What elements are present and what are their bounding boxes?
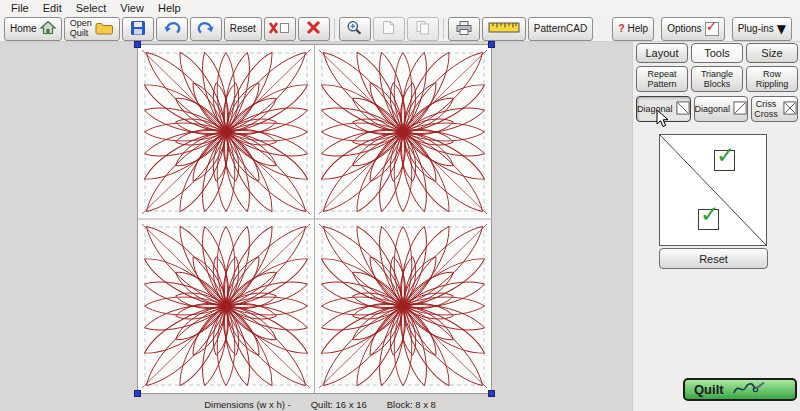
quilt-stitch-icon	[732, 380, 766, 400]
row-rippling-label-2: Rippling	[756, 79, 789, 89]
folder-icon	[95, 21, 114, 37]
new-page-button[interactable]	[373, 17, 405, 41]
checkbox-upper[interactable]: ✓	[714, 150, 735, 171]
ruler-button[interactable]	[482, 17, 526, 41]
diagonal-2-label: Diagonal	[695, 104, 731, 114]
menu-select[interactable]: Select	[69, 2, 114, 14]
criss-cross-label-2: Cross	[754, 109, 778, 119]
x-box-icon	[268, 21, 291, 37]
copy-button[interactable]	[407, 17, 439, 41]
panel-reset-label: Reset	[699, 253, 728, 265]
save-button[interactable]	[122, 17, 154, 41]
home-label: Home	[10, 23, 37, 34]
copy-icon	[415, 20, 431, 37]
patterncad-label: PatternCAD	[534, 23, 587, 34]
tab-layout-label: Layout	[645, 47, 678, 59]
repeat-pattern-label-1: Repeat	[647, 69, 676, 79]
undo-button[interactable]	[156, 17, 188, 41]
triangle-blocks-button[interactable]: Triangle Blocks	[691, 66, 743, 92]
panel-reset-button[interactable]: Reset	[659, 248, 768, 269]
options-checkbox-icon: ✓	[705, 22, 719, 36]
quilt-handle-top-right[interactable]	[488, 41, 495, 48]
menu-bar: File Edit Select View Help	[0, 0, 800, 16]
question-icon: ?	[618, 23, 624, 34]
menu-file[interactable]: File	[4, 2, 36, 14]
dimensions-label: Dimensions (w x h) -	[204, 399, 291, 410]
magnifier-icon	[346, 20, 363, 38]
menu-help[interactable]: Help	[151, 2, 188, 14]
house-icon	[40, 20, 56, 37]
x-icon	[306, 20, 321, 37]
triangle-blocks-label-2: Blocks	[704, 79, 731, 89]
plugins-button[interactable]: Plug-ins ▼	[732, 17, 792, 41]
help-button[interactable]: ? Help	[612, 17, 654, 41]
quilt-handle-top-left[interactable]	[134, 41, 141, 48]
diagonal-icon	[733, 101, 747, 117]
plugins-label: Plug-ins	[738, 23, 774, 34]
status-bar: Dimensions (w x h) - Quilt: 16 x 16 Bloc…	[60, 398, 580, 410]
toolbar-separator	[334, 19, 335, 39]
diagonal-button-2[interactable]: Diagonal	[694, 96, 749, 122]
open-quilt-button[interactable]: Open Quilt	[64, 17, 120, 41]
toolbar: Home Open Quilt	[0, 16, 800, 42]
quilt-size-value: Quilt: 16 x 16	[311, 399, 367, 410]
floppy-icon	[130, 20, 146, 38]
help-label: Help	[628, 23, 649, 34]
diagonal-icon	[676, 101, 690, 117]
undo-icon	[163, 20, 181, 37]
options-label: Options	[667, 23, 701, 34]
delete-button[interactable]	[298, 17, 330, 41]
diagonal-button-1[interactable]: Diagonal	[636, 96, 691, 122]
quilt-area[interactable]	[137, 44, 492, 394]
home-button[interactable]: Home	[4, 17, 62, 41]
tab-size[interactable]: Size	[746, 43, 798, 63]
arrow-down-icon: ▼	[777, 23, 786, 35]
quilt-pattern-svg	[138, 45, 491, 393]
ruler-icon	[488, 21, 520, 36]
repeat-pattern-label-2: Pattern	[647, 79, 676, 89]
quilt-button[interactable]: Quilt	[683, 378, 797, 401]
triangle-blocks-label-1: Triangle	[701, 69, 733, 79]
block-size-value: Block: 8 x 8	[387, 399, 436, 410]
tab-layout[interactable]: Layout	[636, 43, 688, 63]
quilt-handle-bottom-left[interactable]	[134, 390, 141, 397]
diagonal-preview-box: ✓ ✓	[659, 134, 767, 246]
page-icon	[382, 20, 395, 37]
criss-cross-label-1: Criss	[756, 99, 777, 109]
side-panel: Layout Tools Size Repeat Pattern Triangl…	[632, 42, 800, 411]
row-rippling-label-1: Row	[763, 69, 781, 79]
repeat-pattern-button[interactable]: Repeat Pattern	[636, 66, 688, 92]
menu-view[interactable]: View	[113, 2, 151, 14]
toolbar-separator	[443, 19, 444, 39]
delete-block-button[interactable]	[264, 17, 296, 41]
redo-icon	[197, 20, 215, 37]
quilt-handle-bottom-right[interactable]	[488, 390, 495, 397]
open-quilt-label-2: Quilt	[70, 29, 92, 39]
print-button[interactable]	[448, 17, 480, 41]
crisscross-icon	[783, 101, 797, 117]
quilt-button-label: Quilt	[694, 382, 724, 397]
checkbox-lower[interactable]: ✓	[698, 209, 719, 230]
reset-label: Reset	[230, 23, 256, 34]
patterncad-app: File Edit Select View Help Home Open Qui…	[0, 0, 800, 411]
redo-button[interactable]	[190, 17, 222, 41]
zoom-button[interactable]	[339, 17, 371, 41]
reset-button[interactable]: Reset	[224, 17, 262, 41]
quilt-canvas[interactable]: Dimensions (w x h) - Quilt: 16 x 16 Bloc…	[0, 42, 632, 411]
diagonal-1-label: Diagonal	[637, 104, 673, 114]
tab-size-label: Size	[761, 47, 782, 59]
row-rippling-button[interactable]: Row Rippling	[746, 66, 798, 92]
tab-tools-label: Tools	[704, 47, 730, 59]
criss-cross-button[interactable]: Criss Cross	[751, 96, 798, 122]
options-button[interactable]: Options ✓	[661, 17, 724, 41]
toolbar-right-group: ? Help Options ✓ Plug-ins ▼	[611, 17, 793, 41]
patterncad-button[interactable]: PatternCAD	[528, 17, 593, 41]
printer-icon	[455, 20, 473, 38]
check-icon: ✓	[700, 201, 719, 227]
check-icon: ✓	[716, 142, 735, 168]
tab-tools[interactable]: Tools	[691, 43, 743, 63]
menu-edit[interactable]: Edit	[36, 2, 69, 14]
